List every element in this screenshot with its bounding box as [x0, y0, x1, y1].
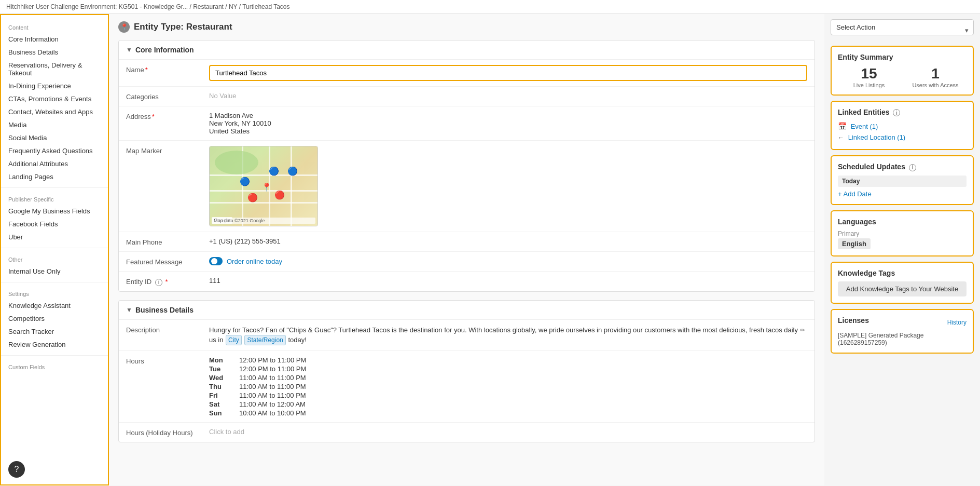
linked-location-link[interactable]: Linked Location (1): [848, 133, 906, 141]
breadcrumb-env[interactable]: Hitchhiker User Challenge Environment: K…: [6, 3, 188, 10]
hours-tue-time: 12:00 PM to 11:00 PM: [239, 365, 807, 373]
holiday-hours-label: Hours (Holiday Hours): [126, 428, 209, 437]
arrow-left-icon: ←: [838, 134, 844, 141]
sidebar-item-in-dining[interactable]: In-Dining Experience: [1, 79, 108, 92]
phone-label: Main Phone: [126, 237, 209, 246]
sidebar-item-search-tracker[interactable]: Search Tracker: [1, 325, 108, 338]
hours-thu-day: Thu: [209, 383, 235, 390]
knowledge-tags-button[interactable]: Add Knowledge Tags to Your Website: [838, 281, 967, 296]
featured-link[interactable]: Order online today: [227, 258, 282, 265]
sidebar-item-review-generation[interactable]: Review Generation: [1, 338, 108, 351]
sidebar-item-facebook-fields[interactable]: Facebook Fields: [1, 218, 108, 231]
scheduled-info-icon[interactable]: i: [909, 164, 916, 171]
add-date-link[interactable]: + Add Date: [838, 190, 967, 198]
sidebar-item-additional-attributes[interactable]: Additional Attributes: [1, 157, 108, 170]
description-value[interactable]: Hungry for Tacos? Fan of "Chips & Guac"?…: [209, 325, 807, 346]
hours-field-row: Hours Mon 12:00 PM to 11:00 PM Tue 12:00…: [119, 351, 815, 423]
select-action-dropdown[interactable]: Select Action: [831, 19, 974, 35]
sidebar-item-business-details[interactable]: Business Details: [1, 46, 108, 59]
languages-card: Languages Primary English: [831, 210, 974, 256]
description-field-row: Description Hungry for Tacos? Fan of "Ch…: [119, 320, 815, 352]
sidebar-item-internal-use[interactable]: Internal Use Only: [1, 265, 108, 278]
holiday-hours-value[interactable]: Click to add: [209, 428, 807, 436]
sidebar-item-social-media[interactable]: Social Media: [1, 131, 108, 144]
categories-value[interactable]: No Value: [209, 92, 807, 100]
live-listings-col: 15 Live Listings: [838, 65, 900, 88]
linked-event-link[interactable]: Event (1): [851, 123, 878, 130]
name-value: [209, 65, 807, 81]
hours-mon-time: 12:00 PM to 11:00 PM: [239, 356, 807, 364]
sidebar-section-content: Content: [1, 20, 108, 33]
business-chevron-icon: ▼: [126, 306, 132, 314]
breadcrumb-restaurant[interactable]: Restaurant: [193, 3, 224, 10]
hours-sun-day: Sun: [209, 409, 235, 417]
help-button[interactable]: ?: [8, 461, 25, 478]
sidebar-item-competitors[interactable]: Competitors: [1, 312, 108, 325]
live-listings-label: Live Listings: [838, 82, 900, 88]
entity-type-header: 📍 Entity Type: Restaurant: [118, 21, 815, 33]
breadcrumb: Hitchhiker User Challenge Environment: K…: [0, 0, 980, 14]
breadcrumb-ny[interactable]: NY: [229, 3, 237, 10]
hours-label: Hours: [126, 356, 209, 365]
sidebar-item-reservations[interactable]: Reservations, Delivery & Takeout: [1, 59, 108, 79]
sidebar-section-publisher: Publisher Specific: [1, 192, 108, 205]
hours-grid: Mon 12:00 PM to 11:00 PM Tue 12:00 PM to…: [209, 356, 807, 417]
sidebar-section-custom: Custom Fields: [1, 360, 108, 372]
history-link[interactable]: History: [947, 319, 967, 326]
core-section-title: Core Information: [135, 46, 194, 54]
main-content: 📍 Entity Type: Restaurant ▼ Core Informa…: [109, 14, 824, 485]
breadcrumb-entity: Turtlehead Tacos: [242, 3, 289, 10]
knowledge-tags-title: Knowledge Tags: [838, 269, 967, 277]
live-listings-count: 15: [838, 65, 900, 82]
map-marker-label: Map Marker: [126, 146, 209, 155]
address-line1: 1 Madison Ave: [209, 112, 807, 119]
users-access-count: 1: [904, 65, 967, 82]
entity-type-label: Entity Type: Restaurant: [134, 22, 232, 32]
linked-entities-title: Linked Entities i: [838, 108, 967, 116]
map-credit: Map data ©2021 Google: [212, 218, 315, 224]
help-icon: ?: [15, 465, 19, 474]
phone-value[interactable]: +1 (US) (212) 555-3951: [209, 237, 807, 245]
sidebar-item-core-information[interactable]: Core Information: [1, 33, 108, 46]
core-information-header[interactable]: ▼ Core Information: [119, 40, 815, 60]
hours-wed-time: 11:00 AM to 11:00 PM: [239, 374, 807, 382]
sidebar-item-knowledge-assistant[interactable]: Knowledge Assistant: [1, 299, 108, 312]
hours-thu-time: 11:00 AM to 11:00 PM: [239, 383, 807, 390]
featured-field-row: Featured Message Order online today: [119, 252, 815, 272]
sidebar-item-uber[interactable]: Uber: [1, 231, 108, 244]
map-pin-3: 🔴: [274, 190, 285, 200]
phone-field-row: Main Phone +1 (US) (212) 555-3951: [119, 232, 815, 252]
sidebar-item-google-my-business[interactable]: Google My Business Fields: [1, 205, 108, 218]
map-pin-1: 🔵: [240, 177, 250, 186]
right-panel: Select Action Entity Summary 15 Live Lis…: [824, 14, 980, 485]
core-information-card: ▼ Core Information Name* Categories No V…: [118, 40, 815, 292]
name-input[interactable]: [209, 65, 807, 81]
hours-sat-day: Sat: [209, 400, 235, 408]
select-action-wrapper: Select Action: [831, 19, 974, 40]
map-container[interactable]: 🔵 📍 🔴 🔴 🔵 🔵 Google Map data ©2021 Google: [209, 146, 318, 226]
map-marker-value: 🔵 📍 🔴 🔴 🔵 🔵 Google Map data ©2021 Google: [209, 146, 807, 226]
sidebar-item-ctas[interactable]: CTAs, Promotions & Events: [1, 92, 108, 105]
sidebar-item-landing-pages[interactable]: Landing Pages: [1, 170, 108, 183]
business-details-card: ▼ Business Details Description Hungry fo…: [118, 300, 815, 443]
hours-sat-time: 11:00 AM to 12:00 AM: [239, 400, 807, 408]
entity-id-label: Entity ID i *: [126, 277, 209, 286]
featured-toggle[interactable]: [209, 257, 223, 265]
linked-entities-info-icon[interactable]: i: [893, 109, 900, 116]
entity-id-info-icon[interactable]: i: [155, 279, 162, 286]
hours-mon-day: Mon: [209, 356, 235, 364]
linked-location-item: ← Linked Location (1): [838, 132, 967, 143]
map-pin-red: 🔴: [247, 193, 258, 203]
knowledge-tags-card: Knowledge Tags Add Knowledge Tags to You…: [831, 262, 974, 304]
edit-icon[interactable]: ✏: [800, 327, 805, 334]
holiday-hours-field-row: Hours (Holiday Hours) Click to add: [119, 423, 815, 442]
sidebar-item-contact[interactable]: Contact, Websites and Apps: [1, 105, 108, 118]
hours-wed-day: Wed: [209, 374, 235, 382]
address-line3: United States: [209, 127, 807, 135]
license-item: [SAMPLE] Generated Package (162628915725…: [838, 332, 967, 346]
business-details-header[interactable]: ▼ Business Details: [119, 301, 815, 320]
sidebar-item-faq[interactable]: Frequently Asked Questions: [1, 144, 108, 157]
linked-entities-card: Linked Entities i 📅 Event (1) ← Linked L…: [831, 101, 974, 150]
sidebar-item-media[interactable]: Media: [1, 118, 108, 131]
scheduled-updates-card: Scheduled Updates i Today + Add Date: [831, 155, 974, 205]
